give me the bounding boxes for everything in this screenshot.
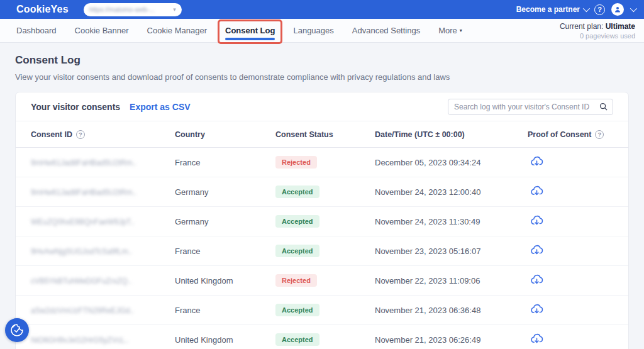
avatar[interactable] <box>611 3 624 16</box>
status-badge: Rejected <box>275 274 317 287</box>
table-row: aSw2dzVmUzFTN29ReEJGd.. France Accepted … <box>16 296 628 325</box>
caret-down-icon: ▾ <box>460 28 462 33</box>
become-partner-label: Become a partner <box>516 5 580 14</box>
country-cell: France <box>175 306 275 315</box>
topbar: CookieYes https://matomo-web-... ▾ Becom… <box>0 0 644 19</box>
col-consent-id: Consent ID ? <box>16 130 175 139</box>
datetime-cell: November 21, 2023 06:26:49 <box>375 335 528 345</box>
download-proof-button[interactable] <box>530 302 543 316</box>
page-head: Consent Log View your visitor consents a… <box>0 43 644 82</box>
plan-name: Ultimate <box>606 22 635 31</box>
cookieyes-beacon[interactable] <box>5 318 29 342</box>
country-cell: France <box>175 247 275 256</box>
download-proof-button[interactable] <box>530 214 543 227</box>
help-icon[interactable]: ? <box>76 130 85 139</box>
nav-item-advanced-settings[interactable]: Advanced Settings <box>352 26 420 35</box>
consent-id-masked: 9mHw61Jad8FaHBad5U2tRm.. <box>31 188 136 197</box>
search-box <box>448 99 613 115</box>
download-proof-button[interactable] <box>530 243 543 257</box>
consent-log-card: Your visitor consents Export as CSV Cons… <box>15 92 629 349</box>
consent-id-masked: NiO6GH9vJeG2HrG5yZVcL.. <box>31 336 129 345</box>
chevron-down-icon[interactable] <box>630 5 637 12</box>
status-badge: Rejected <box>275 156 317 169</box>
nav-item-cookie-banner[interactable]: Cookie Banner <box>75 26 129 35</box>
main-nav: Dashboard Cookie Banner Cookie Manager C… <box>0 19 644 43</box>
consent-id-masked: aSw2dzVmUzFTN29ReEJGd.. <box>31 306 134 315</box>
col-datetime: Date/Time (UTC ± 00:00) <box>375 130 528 139</box>
consent-id-masked: cVB5YkBTuhMeDGFuZrxZQ.. <box>31 277 131 285</box>
consent-id-masked: 9mHw61Jad8FaHBad5U2tRm.. <box>31 158 136 167</box>
status-badge: Accepted <box>275 215 319 228</box>
col-consent-status: Consent Status <box>275 130 375 139</box>
card-title: Your visitor consents <box>31 102 120 112</box>
download-proof-button[interactable] <box>530 332 543 345</box>
status-badge: Accepted <box>275 245 319 257</box>
cloud-download-icon <box>530 155 543 168</box>
search-icon[interactable] <box>599 102 608 114</box>
country-cell: Germany <box>175 217 275 226</box>
col-proof-of-consent: Proof of Consent ? <box>528 130 628 139</box>
active-tab-underline <box>225 38 275 40</box>
nav-item-cookie-manager[interactable]: Cookie Manager <box>147 26 207 35</box>
export-csv-link[interactable]: Export as CSV <box>130 102 190 112</box>
cloud-download-icon <box>530 273 543 286</box>
nav-item-more[interactable]: More ▾ <box>438 26 462 35</box>
page-title: Consent Log <box>15 54 629 67</box>
table-row: WEuZQ0hxE9BQnFaeW9JpT.. Germany Accepted… <box>16 207 628 236</box>
chevron-down-icon <box>583 5 590 12</box>
download-proof-button[interactable] <box>530 273 543 286</box>
nav-item-dashboard[interactable]: Dashboard <box>16 26 57 35</box>
status-badge: Accepted <box>275 304 319 316</box>
status-badge: Accepted <box>275 333 319 346</box>
page-subtitle: View your visitor consents and download … <box>15 72 629 82</box>
datetime-cell: November 21, 2023 06:36:48 <box>375 306 528 315</box>
domain-selector-value: https://matomo-web-... <box>89 6 155 13</box>
table-body: 9mHw61Jad8FaHBad5U2tRm.. France Rejected… <box>16 148 628 349</box>
cloud-download-icon <box>530 214 543 227</box>
table-row: 9mHw61Jad8FaHBad5U2tRm.. France Rejected… <box>16 148 628 177</box>
help-icon[interactable]: ? <box>594 4 605 15</box>
search-input[interactable] <box>448 99 613 115</box>
datetime-cell: November 24, 2023 11:30:49 <box>375 217 528 226</box>
card-header: Your visitor consents Export as CSV <box>16 92 628 121</box>
chevron-down-icon: ▾ <box>173 6 176 13</box>
become-partner-button[interactable]: Become a partner <box>516 5 588 14</box>
domain-selector[interactable]: https://matomo-web-... ▾ <box>84 3 182 16</box>
user-icon <box>614 6 621 13</box>
col-country: Country <box>175 130 275 139</box>
cloud-download-icon <box>530 332 543 345</box>
table-row: cVB5YkBTuhMeDGFuZrxZQ.. United Kingdom R… <box>16 266 628 296</box>
current-plan: Current plan: Ultimate <box>560 22 635 31</box>
cookie-check-icon <box>9 323 25 338</box>
pageviews-used: 0 pageviews used <box>560 32 635 40</box>
country-cell: United Kingdom <box>175 335 275 345</box>
table-row: 9mHw61Jad8FaHBad5U2tRm.. Germany Accepte… <box>16 177 628 207</box>
nav-item-languages[interactable]: Languages <box>293 26 333 35</box>
status-badge: Accepted <box>275 186 319 198</box>
datetime-cell: December 05, 2023 09:34:24 <box>375 158 528 167</box>
help-icon[interactable]: ? <box>595 130 604 139</box>
country-cell: United Kingdom <box>175 276 275 285</box>
datetime-cell: November 22, 2023 11:09:06 <box>375 276 528 285</box>
consent-id-masked: WEuZQ0hxE9BQnFaeW9JpT.. <box>31 218 135 226</box>
cookieyes-logo: CookieYes <box>16 4 69 15</box>
cloud-download-icon <box>530 243 543 257</box>
table-row: NiO6GH9vJeG2HrG5yZVcL.. United Kingdom A… <box>16 325 628 349</box>
country-cell: France <box>175 158 275 167</box>
consent-id-masked: 9HvAwNjgSUGJodTcSa9fLm.. <box>31 247 132 256</box>
download-proof-button[interactable] <box>530 184 543 197</box>
table-row: 9HvAwNjgSUGJodTcSa9fLm.. France Accepted… <box>16 236 628 266</box>
download-proof-button[interactable] <box>530 155 543 168</box>
table-header: Consent ID ? Country Consent Status Date… <box>16 121 628 148</box>
cloud-download-icon <box>530 302 543 316</box>
cloud-download-icon <box>530 184 543 197</box>
country-cell: Germany <box>175 187 275 197</box>
nav-item-consent-log[interactable]: Consent Log <box>218 19 282 44</box>
plan-info: Current plan: Ultimate 0 pageviews used <box>560 22 635 40</box>
datetime-cell: November 23, 2023 05:16:07 <box>375 247 528 256</box>
datetime-cell: November 24, 2023 12:00:40 <box>375 187 528 197</box>
